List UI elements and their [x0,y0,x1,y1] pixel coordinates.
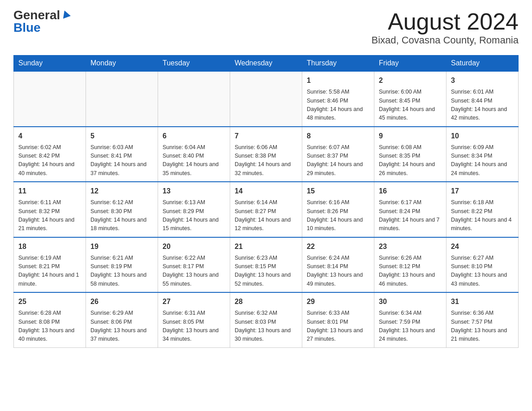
calendar-cell: 8Sunrise: 6:07 AM Sunset: 8:37 PM Daylig… [302,127,374,182]
calendar-cell: 7Sunrise: 6:06 AM Sunset: 8:38 PM Daylig… [230,127,302,182]
day-number: 24 [451,241,514,252]
day-number: 29 [307,296,369,307]
day-info: Sunrise: 6:34 AM Sunset: 7:59 PM Dayligh… [379,309,442,344]
logo-general-text: General [13,9,60,21]
day-number: 12 [90,186,153,197]
logo-triangle-icon [61,9,71,19]
calendar-cell: 13Sunrise: 6:13 AM Sunset: 8:29 PM Dayli… [158,182,230,237]
month-title: August 2024 [371,9,519,34]
day-info: Sunrise: 6:32 AM Sunset: 8:03 PM Dayligh… [235,309,297,344]
calendar-cell: 5Sunrise: 6:03 AM Sunset: 8:41 PM Daylig… [86,127,158,182]
day-number: 5 [90,131,153,141]
day-info: Sunrise: 6:02 AM Sunset: 8:42 PM Dayligh… [18,143,81,178]
calendar-cell: 26Sunrise: 6:29 AM Sunset: 8:06 PM Dayli… [86,292,158,347]
calendar-cell: 10Sunrise: 6:09 AM Sunset: 8:34 PM Dayli… [446,127,519,182]
title-area: August 2024 Bixad, Covasna County, Roman… [371,9,519,46]
day-info: Sunrise: 6:29 AM Sunset: 8:06 PM Dayligh… [90,309,153,344]
day-header-tuesday: Tuesday [158,56,230,72]
calendar-cell: 29Sunrise: 6:33 AM Sunset: 8:01 PM Dayli… [302,292,374,347]
day-number: 20 [163,241,225,252]
week-row-5: 25Sunrise: 6:28 AM Sunset: 8:08 PM Dayli… [14,292,519,347]
logo-blue-text: Blue [13,21,41,34]
week-row-2: 4Sunrise: 6:02 AM Sunset: 8:42 PM Daylig… [14,127,519,182]
day-header-sunday: Sunday [14,56,86,72]
calendar-cell: 25Sunrise: 6:28 AM Sunset: 8:08 PM Dayli… [14,292,86,347]
location-title: Bixad, Covasna County, Romania [371,34,519,46]
calendar-table: SundayMondayTuesdayWednesdayThursdayFrid… [13,55,519,348]
day-info: Sunrise: 6:07 AM Sunset: 8:37 PM Dayligh… [307,143,369,178]
header: General Blue August 2024 Bixad, Covasna … [13,9,519,46]
calendar-cell: 27Sunrise: 6:31 AM Sunset: 8:05 PM Dayli… [158,292,230,347]
day-info: Sunrise: 6:23 AM Sunset: 8:15 PM Dayligh… [235,254,297,289]
svg-marker-0 [61,9,71,19]
logo: General Blue [13,9,71,34]
day-number: 31 [451,296,514,307]
calendar-cell: 3Sunrise: 6:01 AM Sunset: 8:44 PM Daylig… [446,71,519,127]
calendar-cell: 30Sunrise: 6:34 AM Sunset: 7:59 PM Dayli… [374,292,446,347]
day-number: 13 [163,186,225,197]
calendar-cell: 11Sunrise: 6:11 AM Sunset: 8:32 PM Dayli… [14,182,86,237]
day-header-wednesday: Wednesday [230,56,302,72]
day-info: Sunrise: 6:12 AM Sunset: 8:30 PM Dayligh… [90,198,153,233]
day-info: Sunrise: 6:26 AM Sunset: 8:12 PM Dayligh… [379,254,442,289]
calendar-cell: 1Sunrise: 5:58 AM Sunset: 8:46 PM Daylig… [302,71,374,127]
day-number: 16 [379,186,442,197]
calendar-cell: 17Sunrise: 6:18 AM Sunset: 8:22 PM Dayli… [446,182,519,237]
days-header-row: SundayMondayTuesdayWednesdayThursdayFrid… [14,56,519,72]
day-number: 2 [379,75,442,86]
day-info: Sunrise: 6:04 AM Sunset: 8:40 PM Dayligh… [163,143,225,178]
week-row-3: 11Sunrise: 6:11 AM Sunset: 8:32 PM Dayli… [14,182,519,237]
calendar-cell: 9Sunrise: 6:08 AM Sunset: 8:35 PM Daylig… [374,127,446,182]
day-info: Sunrise: 6:27 AM Sunset: 8:10 PM Dayligh… [451,254,514,289]
day-number: 9 [379,131,442,141]
calendar-cell: 20Sunrise: 6:22 AM Sunset: 8:17 PM Dayli… [158,237,230,293]
day-number: 7 [235,131,297,141]
day-info: Sunrise: 6:28 AM Sunset: 8:08 PM Dayligh… [18,309,81,344]
calendar-cell: 6Sunrise: 6:04 AM Sunset: 8:40 PM Daylig… [158,127,230,182]
day-number: 19 [90,241,153,252]
day-number: 25 [18,296,81,307]
day-number: 23 [379,241,442,252]
day-info: Sunrise: 6:08 AM Sunset: 8:35 PM Dayligh… [379,143,442,178]
day-number: 28 [235,296,297,307]
calendar-cell: 23Sunrise: 6:26 AM Sunset: 8:12 PM Dayli… [374,237,446,293]
day-number: 1 [307,75,369,86]
calendar-cell: 16Sunrise: 6:17 AM Sunset: 8:24 PM Dayli… [374,182,446,237]
calendar-cell: 18Sunrise: 6:19 AM Sunset: 8:21 PM Dayli… [14,237,86,293]
day-info: Sunrise: 6:18 AM Sunset: 8:22 PM Dayligh… [451,198,514,233]
day-number: 4 [18,131,81,141]
calendar-cell: 19Sunrise: 6:21 AM Sunset: 8:19 PM Dayli… [86,237,158,293]
calendar-cell: 14Sunrise: 6:14 AM Sunset: 8:27 PM Dayli… [230,182,302,237]
day-number: 15 [307,186,369,197]
day-info: Sunrise: 6:21 AM Sunset: 8:19 PM Dayligh… [90,254,153,289]
calendar-cell: 24Sunrise: 6:27 AM Sunset: 8:10 PM Dayli… [446,237,519,293]
day-info: Sunrise: 5:58 AM Sunset: 8:46 PM Dayligh… [307,88,369,123]
day-info: Sunrise: 6:01 AM Sunset: 8:44 PM Dayligh… [451,88,514,123]
day-number: 27 [163,296,225,307]
day-info: Sunrise: 6:11 AM Sunset: 8:32 PM Dayligh… [18,198,81,233]
calendar-cell: 31Sunrise: 6:36 AM Sunset: 7:57 PM Dayli… [446,292,519,347]
week-row-4: 18Sunrise: 6:19 AM Sunset: 8:21 PM Dayli… [14,237,519,293]
calendar-cell: 22Sunrise: 6:24 AM Sunset: 8:14 PM Dayli… [302,237,374,293]
day-header-monday: Monday [86,56,158,72]
day-number: 10 [451,131,514,141]
day-header-thursday: Thursday [302,56,374,72]
day-info: Sunrise: 6:16 AM Sunset: 8:26 PM Dayligh… [307,198,369,233]
day-info: Sunrise: 6:22 AM Sunset: 8:17 PM Dayligh… [163,254,225,289]
week-row-1: 1Sunrise: 5:58 AM Sunset: 8:46 PM Daylig… [14,71,519,127]
day-number: 22 [307,241,369,252]
day-info: Sunrise: 6:13 AM Sunset: 8:29 PM Dayligh… [163,198,225,233]
calendar-cell: 4Sunrise: 6:02 AM Sunset: 8:42 PM Daylig… [14,127,86,182]
day-number: 11 [18,186,81,197]
day-number: 21 [235,241,297,252]
calendar-cell [230,71,302,127]
day-info: Sunrise: 6:19 AM Sunset: 8:21 PM Dayligh… [18,254,81,289]
day-number: 18 [18,241,81,252]
day-info: Sunrise: 6:33 AM Sunset: 8:01 PM Dayligh… [307,309,369,344]
calendar-cell: 28Sunrise: 6:32 AM Sunset: 8:03 PM Dayli… [230,292,302,347]
day-number: 14 [235,186,297,197]
calendar-cell: 12Sunrise: 6:12 AM Sunset: 8:30 PM Dayli… [86,182,158,237]
day-info: Sunrise: 6:17 AM Sunset: 8:24 PM Dayligh… [379,198,442,233]
calendar-cell [14,71,86,127]
day-info: Sunrise: 6:03 AM Sunset: 8:41 PM Dayligh… [90,143,153,178]
